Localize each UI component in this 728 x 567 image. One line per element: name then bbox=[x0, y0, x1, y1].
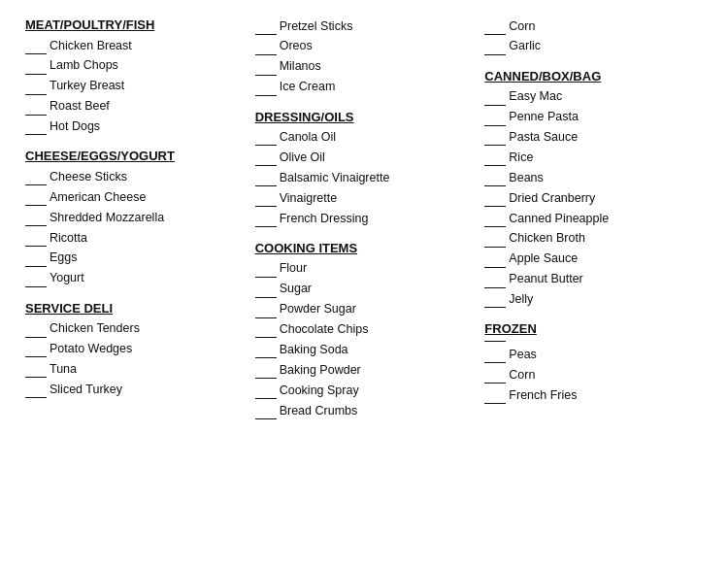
item-label: Powder Sugar bbox=[280, 301, 356, 317]
list-item: Penne Pasta bbox=[484, 109, 703, 126]
item-label: Cheese Sticks bbox=[50, 169, 127, 185]
list-item: Apple Sauce bbox=[484, 250, 703, 268]
checkbox-blank bbox=[484, 346, 506, 363]
section-title: CANNED/BOX/BAG bbox=[484, 69, 703, 83]
checkbox-blank bbox=[255, 149, 277, 166]
checkbox-blank bbox=[484, 38, 506, 55]
checkbox-blank bbox=[25, 341, 47, 358]
list-item: Chicken Broth bbox=[484, 230, 703, 248]
grocery-list-page: MEAT/POULTRY/FISH Chicken Breast Lamb Ch… bbox=[0, 0, 728, 567]
item-label: Lamb Chops bbox=[50, 57, 118, 74]
item-label: Easy Mac bbox=[509, 88, 562, 105]
item-label: Cooking Spray bbox=[280, 383, 359, 399]
list-item: Hot Dogs bbox=[25, 118, 244, 136]
section-0-1: CHEESE/EGGS/YOGURT Cheese Sticks America… bbox=[25, 149, 244, 286]
list-item: Chicken Tenders bbox=[25, 320, 244, 338]
item-label: Corn bbox=[509, 367, 535, 384]
item-label: Apple Sauce bbox=[509, 250, 578, 267]
checkbox-blank bbox=[484, 386, 506, 404]
item-label: Ice Cream bbox=[280, 79, 336, 95]
checkbox-blank bbox=[255, 361, 277, 379]
checkbox-blank bbox=[25, 381, 47, 398]
item-label: Garlic bbox=[509, 38, 541, 54]
checkbox-blank bbox=[255, 210, 277, 227]
checkbox-blank bbox=[484, 189, 506, 207]
checkbox-blank bbox=[255, 260, 277, 278]
section-title: FROZEN bbox=[484, 321, 703, 336]
item-label: Milanos bbox=[280, 58, 321, 75]
list-item: Turkey Breast bbox=[25, 78, 244, 95]
checkbox-blank bbox=[25, 37, 47, 54]
list-item: French Dressing bbox=[255, 210, 474, 227]
item-label: Roast Beef bbox=[50, 98, 110, 115]
checkbox-blank bbox=[255, 402, 277, 419]
list-item: Ricotta bbox=[25, 229, 244, 247]
list-item: Jelly bbox=[484, 291, 703, 309]
checkbox-blank bbox=[484, 129, 506, 147]
list-item: Chicken Breast bbox=[25, 37, 244, 54]
item-label: Beans bbox=[509, 170, 543, 186]
list-item: Flour bbox=[255, 260, 474, 278]
section-title: CHEESE/EGGS/YOGURT bbox=[25, 149, 244, 163]
item-label: Hot Dogs bbox=[50, 118, 100, 135]
item-label: Sugar bbox=[280, 281, 312, 297]
checkbox-blank bbox=[255, 17, 277, 35]
checkbox-blank bbox=[255, 79, 277, 96]
item-label: Pasta Sauce bbox=[509, 129, 578, 146]
list-item: Corn bbox=[484, 366, 703, 384]
checkbox-blank bbox=[25, 229, 47, 247]
checkbox-blank bbox=[255, 321, 277, 339]
list-item: Chocolate Chips bbox=[255, 321, 474, 339]
section-0-0: MEAT/POULTRY/FISH Chicken Breast Lamb Ch… bbox=[25, 17, 244, 135]
list-item: Canola Oil bbox=[255, 129, 474, 147]
item-label: Turkey Breast bbox=[50, 78, 124, 94]
list-item: Beans bbox=[484, 169, 703, 186]
list-item: Shredded Mozzarella bbox=[25, 209, 244, 226]
section-2-2: FROZEN Peas Corn French Fries bbox=[484, 321, 703, 404]
section-2-0: Corn Garlic bbox=[484, 17, 703, 55]
checkbox-blank bbox=[25, 57, 47, 75]
checkbox-blank bbox=[25, 209, 47, 226]
checkbox-blank bbox=[484, 88, 506, 106]
checkbox-blank bbox=[484, 210, 506, 227]
item-label: Olive Oil bbox=[280, 150, 325, 166]
list-item: Oreos bbox=[255, 38, 474, 55]
list-item: Peas bbox=[484, 346, 703, 363]
item-label: Dried Cranberry bbox=[509, 190, 595, 207]
list-item: Dried Cranberry bbox=[484, 189, 703, 207]
item-label: Bread Crumbs bbox=[280, 403, 358, 419]
item-label: Yogurt bbox=[50, 270, 84, 286]
checkbox-blank bbox=[484, 149, 506, 166]
list-item: Ice Cream bbox=[255, 79, 474, 96]
item-label: Corn bbox=[509, 18, 535, 35]
list-item: Sugar bbox=[255, 281, 474, 298]
section-1-0: Pretzel Sticks Oreos Milanos Ice Cream bbox=[255, 17, 474, 96]
list-item: Milanos bbox=[255, 58, 474, 76]
list-item: Pretzel Sticks bbox=[255, 17, 474, 35]
list-item: Baking Powder bbox=[255, 361, 474, 379]
list-item: Sliced Turkey bbox=[25, 381, 244, 398]
list-item: Cheese Sticks bbox=[25, 168, 244, 185]
list-item: Cooking Spray bbox=[255, 382, 474, 399]
checkbox-blank bbox=[255, 169, 277, 186]
checkbox-blank bbox=[25, 320, 47, 338]
column-1: Pretzel Sticks Oreos Milanos Ice CreamDR… bbox=[249, 17, 480, 557]
list-item: French Fries bbox=[484, 386, 703, 404]
column-2: Corn GarlicCANNED/BOX/BAG Easy Mac Penne… bbox=[479, 17, 709, 557]
item-label: Chicken Breast bbox=[50, 38, 132, 54]
item-label: Chocolate Chips bbox=[280, 321, 369, 338]
item-label: Flour bbox=[280, 260, 307, 277]
checkbox-blank bbox=[484, 109, 506, 126]
item-label: Oreos bbox=[280, 38, 313, 54]
list-item: Bread Crumbs bbox=[255, 402, 474, 419]
checkbox-blank bbox=[25, 188, 47, 206]
section-2-1: CANNED/BOX/BAG Easy Mac Penne Pasta Past… bbox=[484, 69, 703, 309]
item-label: Pretzel Sticks bbox=[280, 18, 353, 35]
item-label: French Dressing bbox=[280, 211, 369, 227]
checkbox-blank bbox=[484, 17, 506, 35]
checkbox-blank bbox=[255, 38, 277, 55]
checkbox-blank bbox=[484, 230, 506, 248]
list-item: Roast Beef bbox=[25, 98, 244, 116]
section-title: DRESSING/OILS bbox=[255, 110, 474, 124]
list-item: Baking Soda bbox=[255, 341, 474, 358]
